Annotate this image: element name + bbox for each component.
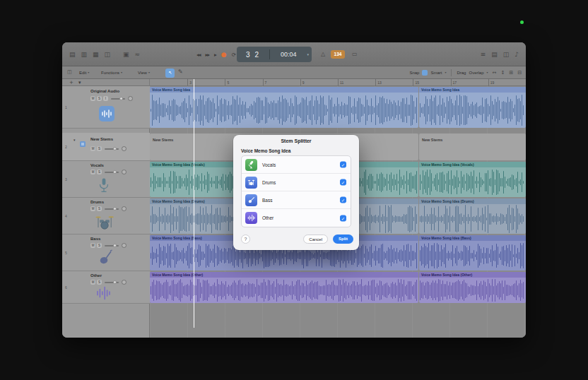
track-header-vocals[interactable]: 3 Vocals M S [62, 161, 150, 198]
mute-button[interactable]: M [90, 206, 95, 211]
zoom-vertical-icon[interactable]: ↕ [500, 71, 505, 76]
library-icon[interactable]: ▤ [69, 52, 76, 58]
lcd-caret-icon[interactable]: ▾ [307, 53, 309, 57]
disclosure-triangle-icon[interactable]: ▾ [74, 138, 76, 142]
volume-slider-knob[interactable] [113, 244, 117, 247]
cycle-button[interactable]: ⟳ [232, 52, 235, 58]
pointer-tool-button[interactable]: ↖ [165, 69, 175, 78]
tempo-badge[interactable]: 134 [331, 50, 345, 59]
vocals-checkbox[interactable]: ✓ [340, 162, 346, 168]
pan-knob[interactable] [122, 280, 127, 285]
play-button[interactable]: ▸ [214, 52, 216, 58]
cancel-button[interactable]: Cancel [303, 234, 328, 244]
mute-button[interactable]: M [90, 170, 95, 174]
solo-button[interactable]: S [97, 170, 102, 174]
pencil-tool-button[interactable]: ✎ [178, 69, 183, 75]
help-button[interactable]: ? [241, 234, 250, 244]
list-editors-icon[interactable]: ≡ [481, 52, 486, 58]
stem-option-vocals[interactable]: Vocals ✓ [242, 156, 351, 174]
bass-checkbox[interactable]: ✓ [340, 197, 346, 203]
solo-button[interactable]: S [97, 206, 102, 211]
volume-slider[interactable] [105, 148, 119, 150]
other-checkbox[interactable]: ✓ [340, 215, 346, 221]
solo-button[interactable]: S [97, 280, 102, 285]
volume-slider-knob[interactable] [113, 170, 117, 174]
audio-region[interactable]: Voice Memo Song Idea (Drums) [419, 198, 526, 234]
track-header-drums[interactable]: 4 Drums M S [62, 198, 150, 234]
inspector-icon[interactable]: ▥ [81, 52, 88, 58]
add-track-menu-icon[interactable]: ▾ [78, 81, 81, 85]
mute-button[interactable]: M [90, 96, 95, 101]
pan-knob[interactable] [122, 146, 127, 151]
editors-icon[interactable]: ◫ [105, 52, 111, 58]
pan-knob[interactable] [128, 96, 133, 101]
volume-slider[interactable] [111, 98, 125, 100]
pan-knob[interactable] [122, 170, 127, 174]
track-name[interactable]: Original Audio [90, 89, 119, 93]
rewind-button[interactable]: ◂◂ [196, 52, 201, 58]
mute-button[interactable]: M [90, 146, 95, 151]
mixer-icon[interactable]: ▦ [93, 52, 99, 58]
track-header-original-audio[interactable]: 1 Original Audio M S I [62, 86, 150, 129]
audio-region[interactable]: Voice Memo Song Idea [419, 87, 526, 128]
edit-menu[interactable]: Edit ▾ [79, 66, 89, 79]
track-name[interactable]: Other [90, 273, 102, 278]
track-name[interactable]: Vocals [90, 163, 104, 167]
functions-menu[interactable]: Functions ▾ [101, 66, 122, 79]
drag-value[interactable]: Overlap [469, 71, 483, 75]
track-name[interactable]: New Stems [90, 137, 113, 141]
add-track-icon[interactable]: + [69, 81, 74, 85]
track-name[interactable]: Drums [90, 200, 104, 204]
zoom-horizontal-icon[interactable]: ↔ [493, 71, 497, 76]
pan-knob[interactable] [122, 243, 127, 248]
smart-controls-icon[interactable]: ▣ [123, 52, 129, 58]
view-menu[interactable]: View ▾ [138, 66, 150, 79]
input-monitoring-button[interactable]: I [103, 96, 108, 101]
audio-region[interactable]: Voice Memo Song Idea (Bass) [419, 235, 526, 271]
musical-typing-icon[interactable]: ▭ [352, 52, 358, 57]
audio-region[interactable]: Voice Memo Song Idea [150, 87, 418, 128]
forward-button[interactable]: ▸▸ [206, 52, 210, 58]
volume-slider[interactable] [105, 282, 119, 283]
volume-slider-knob[interactable] [119, 97, 123, 100]
note-pads-icon[interactable]: ▤ [491, 52, 498, 58]
count-in-icon[interactable]: △ [321, 52, 325, 57]
track-header-new-stems[interactable]: 2 ▾ New Stems M S [62, 133, 150, 161]
stem-option-drums[interactable]: Drums ✓ [242, 174, 351, 191]
audio-region[interactable]: Voice Memo Song Idea (Vocals) [419, 162, 526, 197]
stack-region[interactable]: New Stems [419, 133, 526, 160]
volume-slider[interactable] [105, 245, 119, 247]
track-header-bass[interactable]: 5 Bass M S [62, 234, 150, 271]
solo-button[interactable]: S [97, 146, 102, 151]
zoom-in-icon[interactable]: ⊞ [509, 71, 513, 76]
catch-playhead-icon[interactable]: ◫ [67, 70, 72, 75]
snap-value[interactable]: Smart [430, 71, 442, 75]
mute-button[interactable]: M [90, 280, 95, 285]
split-button[interactable]: Split [333, 234, 353, 244]
record-button[interactable]: ● [221, 51, 227, 58]
drums-checkbox[interactable]: ✓ [340, 179, 346, 186]
volume-slider-knob[interactable] [113, 207, 117, 210]
lcd-display[interactable]: 3 2 00:04 ▾ [237, 47, 312, 62]
solo-button[interactable]: S [97, 96, 102, 101]
media-browser-icon[interactable]: ♪ [514, 52, 519, 58]
snap-mode-icon[interactable] [422, 70, 428, 76]
browsers-icon[interactable]: ◫ [503, 52, 510, 58]
track-header-other[interactable]: 6 Other M S [62, 271, 150, 304]
track-name[interactable]: Bass [90, 237, 100, 241]
bar-ruler[interactable]: + ▾ 3579111315171921 [62, 79, 526, 86]
volume-slider-knob[interactable] [113, 280, 117, 284]
audio-region[interactable]: Voice Memo Song Idea (Other) [150, 272, 418, 303]
playhead[interactable] [194, 79, 194, 328]
loop-browser-icon[interactable]: ≈ [135, 52, 141, 58]
pan-knob[interactable] [122, 206, 127, 211]
mute-button[interactable]: M [90, 243, 95, 248]
solo-button[interactable]: S [97, 243, 102, 248]
zoom-out-icon[interactable]: ⊟ [517, 71, 522, 76]
volume-slider[interactable] [105, 172, 119, 173]
stem-option-bass[interactable]: Bass ✓ [242, 191, 351, 209]
audio-region[interactable]: Voice Memo Song Idea (Other) [419, 272, 526, 303]
volume-slider[interactable] [105, 208, 119, 210]
stem-option-other[interactable]: Other ✓ [242, 209, 351, 227]
volume-slider-knob[interactable] [113, 147, 117, 150]
